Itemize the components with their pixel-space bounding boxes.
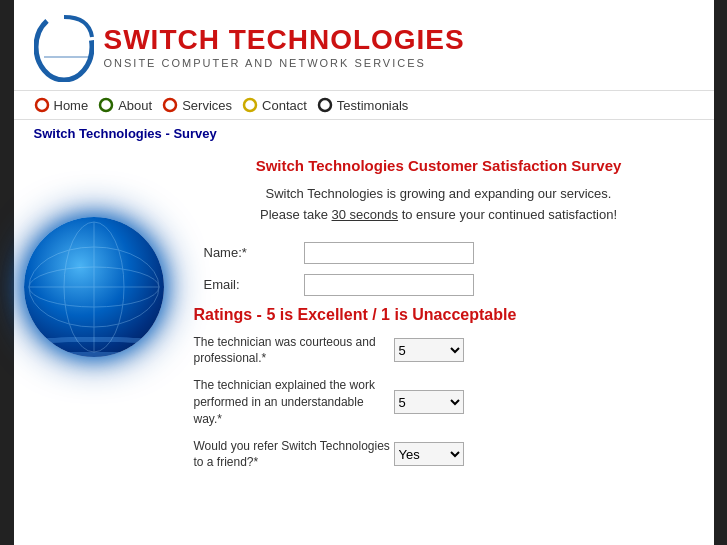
nav-label-testimonials: Testimonials (337, 98, 409, 113)
survey-description: Switch Technologies is growing and expan… (184, 184, 694, 226)
nav: HomeAboutServicesContactTestimonials (14, 90, 714, 120)
logo-title: Switch Technologies (104, 25, 465, 56)
rating-select-1[interactable]: 12345 (394, 390, 464, 414)
breadcrumb: Switch Technologies - Survey (14, 120, 714, 147)
nav-label-about: About (118, 98, 152, 113)
desc-line2: Please take (260, 207, 332, 222)
nav-item-services[interactable]: Services (162, 97, 232, 113)
name-row: Name:* (184, 242, 694, 264)
nav-label-home: Home (54, 98, 89, 113)
nav-icon-about (98, 97, 114, 113)
survey-title: Switch Technologies Customer Satisfactio… (184, 157, 694, 174)
nav-item-home[interactable]: Home (34, 97, 89, 113)
rating-select-2[interactable]: YesNo (394, 442, 464, 466)
svg-point-4 (164, 99, 176, 111)
ratings-header: Ratings - 5 is Excellent / 1 is Unaccept… (184, 306, 694, 324)
rating-label-2: Would you refer Switch Technologies to a… (194, 438, 394, 472)
nav-item-about[interactable]: About (98, 97, 152, 113)
svg-point-6 (319, 99, 331, 111)
rating-select-0[interactable]: 12345 (394, 338, 464, 362)
email-input[interactable] (304, 274, 474, 296)
content: Switch Technologies Customer Satisfactio… (14, 147, 714, 511)
nav-label-services: Services (182, 98, 232, 113)
nav-item-contact[interactable]: Contact (242, 97, 307, 113)
rating-label-0: The technician was courteous and profess… (194, 334, 394, 368)
left-sidebar (14, 147, 174, 491)
main-content: Switch Technologies Customer Satisfactio… (174, 147, 714, 491)
email-label: Email: (204, 277, 304, 292)
nav-icon-contact (242, 97, 258, 113)
rating-row-2: Would you refer Switch Technologies to a… (184, 438, 694, 472)
rating-row-0: The technician was courteous and profess… (184, 334, 694, 368)
email-row: Email: (184, 274, 694, 296)
desc-line1: Switch Technologies is growing and expan… (266, 186, 612, 201)
rating-row-1: The technician explained the work perfor… (184, 377, 694, 427)
svg-point-3 (100, 99, 112, 111)
desc-line3: to ensure your continued satisfaction! (398, 207, 617, 222)
name-label: Name:* (204, 245, 304, 260)
nav-label-contact: Contact (262, 98, 307, 113)
nav-icon-testimonials (317, 97, 333, 113)
logo-text-block: Switch Technologies Onsite Computer and … (104, 25, 465, 70)
name-input[interactable] (304, 242, 474, 264)
svg-point-2 (36, 99, 48, 111)
nav-item-testimonials[interactable]: Testimonials (317, 97, 409, 113)
globe-image (24, 217, 164, 357)
logo-subtitle: Onsite Computer and Network Services (104, 57, 465, 69)
svg-point-5 (244, 99, 256, 111)
ratings-container: The technician was courteous and profess… (184, 334, 694, 472)
nav-icon-home (34, 97, 50, 113)
logo-icon (34, 12, 94, 82)
header: Switch Technologies Onsite Computer and … (14, 0, 714, 90)
desc-underline: 30 seconds (332, 207, 399, 222)
nav-icon-services (162, 97, 178, 113)
rating-label-1: The technician explained the work perfor… (194, 377, 394, 427)
